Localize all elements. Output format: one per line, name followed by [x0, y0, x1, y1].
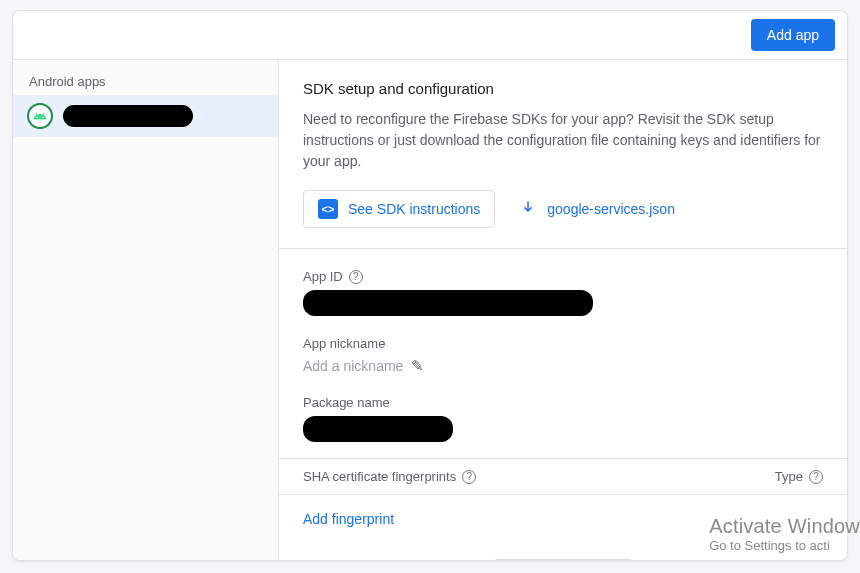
- help-icon[interactable]: ?: [809, 470, 823, 484]
- sidebar-app-name-redacted: [63, 105, 193, 127]
- download-config-label: google-services.json: [547, 201, 675, 217]
- edit-nickname-icon[interactable]: ✎: [411, 357, 424, 375]
- download-icon: [519, 200, 537, 218]
- see-sdk-instructions-button[interactable]: <> See SDK instructions: [303, 190, 495, 228]
- sidebar-heading: Android apps: [13, 60, 278, 95]
- fingerprints-heading: SHA certificate fingerprints: [303, 469, 456, 484]
- app-id-label: App ID: [303, 269, 343, 284]
- package-name-label: Package name: [303, 395, 390, 410]
- package-name-value-redacted: [303, 416, 453, 442]
- sdk-title: SDK setup and configuration: [303, 80, 823, 97]
- help-icon[interactable]: ?: [462, 470, 476, 484]
- help-icon[interactable]: ?: [349, 270, 363, 284]
- sidebar: Android apps: [13, 60, 279, 560]
- fingerprints-header-row: SHA certificate fingerprints ? Type ?: [279, 458, 847, 495]
- sdk-desc: Need to reconfigure the Firebase SDKs fo…: [303, 109, 823, 172]
- see-sdk-label: See SDK instructions: [348, 201, 480, 217]
- nickname-label: App nickname: [303, 336, 385, 351]
- android-icon: [27, 103, 53, 129]
- main-panel: SDK setup and configuration Need to reco…: [279, 60, 847, 560]
- nickname-placeholder: Add a nickname: [303, 358, 403, 374]
- add-app-button[interactable]: Add app: [751, 19, 835, 51]
- download-config-button[interactable]: google-services.json: [519, 200, 675, 218]
- fingerprint-type-label: Type: [775, 469, 803, 484]
- app-id-value-redacted: [303, 290, 593, 316]
- sidebar-app-item[interactable]: [13, 95, 278, 137]
- top-bar: Add app: [13, 11, 847, 60]
- add-fingerprint-button[interactable]: Add fingerprint: [279, 495, 847, 527]
- code-icon: <>: [318, 199, 338, 219]
- remove-app-button[interactable]: Remove this app: [493, 559, 632, 560]
- settings-card: Add app Android apps SDK setup and confi…: [12, 10, 848, 561]
